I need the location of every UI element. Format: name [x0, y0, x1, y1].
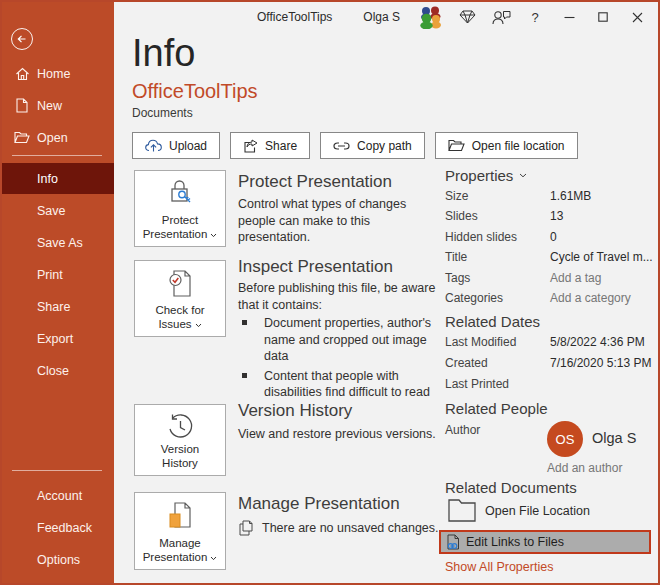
- sidebar-item-save-as[interactable]: Save As: [2, 227, 114, 258]
- sidebar-item-account[interactable]: Account: [2, 480, 114, 511]
- button-label: Share: [265, 139, 297, 153]
- tile-label: Check for Issues: [155, 303, 204, 331]
- sidebar-divider: [12, 155, 102, 156]
- close-button[interactable]: [620, 2, 654, 32]
- new-document-icon: [14, 98, 30, 113]
- sidebar-item-save[interactable]: Save: [2, 195, 114, 226]
- last-modified-value: 5/8/2022 4:36 PM: [550, 335, 645, 349]
- backstage-sidebar: Home New Open Info Save Save As Print: [2, 2, 114, 583]
- people-avatar-icon: [417, 5, 443, 29]
- property-value-hidden-slides: 0: [550, 230, 557, 244]
- premium-diamond-icon[interactable]: [450, 2, 484, 32]
- page-title: Info: [132, 32, 195, 75]
- add-author-field[interactable]: Add an author: [547, 461, 622, 475]
- lock-key-icon: [166, 179, 194, 209]
- button-label: Upload: [169, 139, 207, 153]
- document-title: OfficeToolTips: [132, 80, 258, 103]
- sidebar-item-label: Print: [37, 268, 63, 282]
- edit-links-to-files-button[interactable]: Edit Links to Files: [439, 530, 651, 554]
- account-avatar[interactable]: [410, 2, 450, 32]
- button-label: Copy path: [357, 139, 412, 153]
- chevron-down-icon: [210, 551, 217, 563]
- bullet-icon: [242, 320, 247, 325]
- manage-documents-icon: [167, 501, 193, 531]
- back-button[interactable]: [11, 28, 33, 50]
- sidebar-item-label: Info: [37, 172, 58, 186]
- powerpoint-backstage-window: Home New Open Info Save Save As Print: [0, 0, 660, 585]
- sidebar-item-share[interactable]: Share: [2, 291, 114, 322]
- property-value-slides: 13: [550, 209, 563, 223]
- sidebar-item-label: Feedback: [37, 521, 92, 535]
- documents-icon: [239, 520, 253, 536]
- related-dates-heading: Related Dates: [445, 313, 540, 330]
- minimize-button[interactable]: [552, 2, 586, 32]
- sidebar-item-close[interactable]: Close: [2, 355, 114, 386]
- manage-presentation-button[interactable]: Manage Presentation: [134, 492, 226, 570]
- property-row: Size 1.61MB: [445, 189, 655, 209]
- back-arrow-icon: [16, 33, 28, 45]
- inspect-document-icon: [167, 269, 193, 299]
- sidebar-item-label: Home: [37, 67, 70, 81]
- author-name[interactable]: Olga S: [592, 430, 636, 446]
- related-documents-heading: Related Documents: [445, 479, 577, 496]
- show-all-properties-link[interactable]: Show All Properties: [445, 560, 553, 574]
- section-heading: Manage Presentation: [238, 494, 400, 514]
- list-item: Content that people with disabilities fi…: [242, 368, 438, 401]
- feedback-icon[interactable]: [484, 2, 518, 32]
- sidebar-item-feedback[interactable]: Feedback: [2, 512, 114, 543]
- author-avatar[interactable]: OS: [547, 421, 583, 457]
- section-description: View and restore previous versions.: [238, 426, 454, 443]
- chevron-down-icon: [519, 173, 527, 178]
- document-toolbar: Upload Share Copy path Open file locatio…: [132, 132, 578, 159]
- date-row: Last Printed: [445, 377, 655, 398]
- property-value-title[interactable]: Cycle of Travel m...: [550, 250, 653, 264]
- section-description: Control what types of changes people can…: [238, 196, 442, 246]
- property-value-size: 1.61MB: [550, 189, 591, 203]
- date-row: Created 7/16/2020 5:13 PM: [445, 356, 655, 377]
- check-for-issues-button[interactable]: Check for Issues: [134, 260, 226, 337]
- version-history-clock-icon: [166, 413, 194, 441]
- upload-button[interactable]: Upload: [132, 132, 220, 159]
- add-category-field[interactable]: Add a category: [550, 291, 631, 305]
- sidebar-item-options[interactable]: Options: [2, 544, 114, 575]
- maximize-button[interactable]: [586, 2, 620, 32]
- chevron-down-icon: [195, 318, 202, 330]
- account-user-name[interactable]: Olga S: [363, 10, 400, 24]
- open-folder-icon: [14, 131, 30, 144]
- copy-path-button[interactable]: Copy path: [320, 132, 425, 159]
- sidebar-item-print[interactable]: Print: [2, 259, 114, 290]
- help-button[interactable]: ?: [518, 2, 552, 32]
- open-folder-icon: [448, 139, 465, 152]
- sidebar-divider: [12, 470, 102, 471]
- open-file-location-button[interactable]: Open file location: [435, 132, 578, 159]
- section-heading: Inspect Presentation: [238, 257, 393, 277]
- sidebar-item-label: Close: [37, 364, 69, 378]
- share-icon: [243, 139, 258, 153]
- property-row: Categories Add a category: [445, 291, 655, 311]
- sidebar-item-export[interactable]: Export: [2, 323, 114, 354]
- section-heading: Version History: [238, 401, 352, 421]
- sidebar-item-home[interactable]: Home: [2, 58, 114, 89]
- share-button[interactable]: Share: [230, 132, 310, 159]
- version-history-button[interactable]: Version History: [134, 404, 226, 476]
- bullet-icon: [242, 373, 247, 378]
- open-file-location-link[interactable]: Open File Location: [448, 499, 590, 522]
- properties-table: Size 1.61MB Slides 13 Hidden slides 0 Ti…: [445, 189, 655, 311]
- section-description: Before publishing this file, be aware th…: [238, 280, 454, 313]
- sidebar-item-label: Export: [37, 332, 73, 346]
- edit-links-icon: [446, 534, 460, 550]
- sidebar-item-open[interactable]: Open: [2, 122, 114, 153]
- folder-icon: [448, 499, 476, 522]
- properties-heading[interactable]: Properties: [445, 167, 527, 184]
- sidebar-item-label: Share: [37, 300, 70, 314]
- protect-presentation-button[interactable]: Protect Presentation: [134, 170, 226, 247]
- related-dates-table: Last Modified 5/8/2022 4:36 PM Created 7…: [445, 335, 655, 398]
- inspect-issues-list: Document properties, author's name and c…: [242, 315, 438, 404]
- unsaved-changes-status: There are no unsaved changes.: [239, 520, 439, 536]
- titlebar: OfficeToolTips Olga S ?: [114, 2, 658, 32]
- sidebar-item-label: New: [37, 99, 62, 113]
- property-row: Slides 13: [445, 209, 655, 229]
- add-tag-field[interactable]: Add a tag: [550, 271, 601, 285]
- sidebar-item-new[interactable]: New: [2, 90, 114, 121]
- sidebar-item-info[interactable]: Info: [2, 163, 114, 194]
